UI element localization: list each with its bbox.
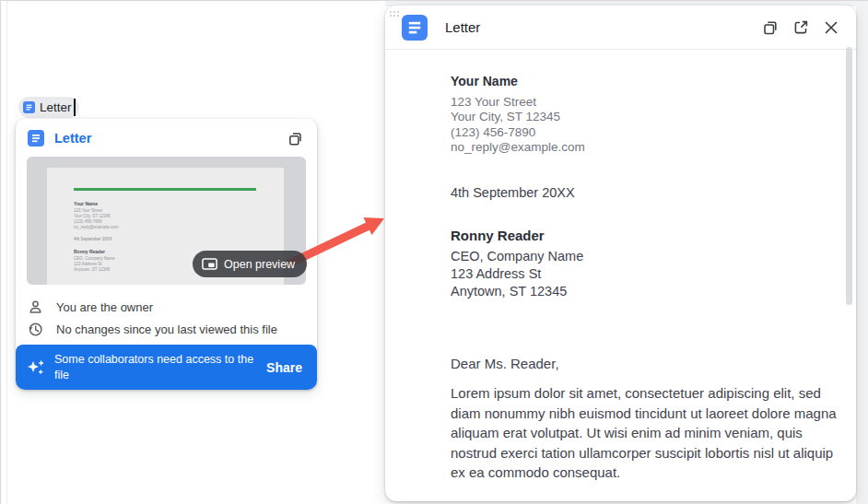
docs-icon [23,101,35,113]
access-banner: Some collaborators need access to the fi… [16,345,317,390]
document-edge-line [6,1,7,504]
card-title-link[interactable]: Letter [54,131,91,146]
open-in-new-icon[interactable] [792,19,809,36]
sender-line: no_reply@example.com [451,140,838,155]
copy-link-icon[interactable] [287,131,303,147]
owner-row: You are the owner [28,296,306,318]
open-preview-button[interactable]: Open preview [193,251,307,277]
recipient-line: Anytown, ST 12345 [451,283,838,300]
close-icon[interactable] [823,19,839,36]
recipient-line: 123 Address St [451,265,838,283]
share-button[interactable]: Share [266,360,302,375]
doc-link-chip[interactable]: Letter [18,97,79,118]
recipient-block: CEO, Company Name 123 Address St Anytown… [451,248,838,300]
thumbnail-green-divider [74,188,256,191]
sender-line: (123) 456-7890 [451,125,838,140]
sender-line: 123 Your Street [451,95,838,110]
sender-name: Your Name [451,74,838,88]
scrollbar-thumb[interactable] [846,47,852,305]
changes-text: No changes since you last viewed this fi… [56,322,277,336]
preview-icon [202,258,217,270]
sparkle-icon [27,358,45,377]
owner-text: You are the owner [56,300,153,314]
docs-icon [402,15,428,41]
copy-link-icon[interactable] [762,19,779,36]
salutation: Dear Ms. Reader, [451,356,838,371]
app-background-right [856,1,868,504]
access-banner-text: Some collaborators need access to the fi… [54,352,263,382]
letter-document: Your Name 123 Your Street Your City, ST … [385,50,856,483]
docs-icon [28,130,44,147]
thumb-date: 4th September 20XX [74,237,284,241]
card-meta: You are the owner No changes since you l… [28,296,306,340]
doc-preview-panel: Letter Your Name 123 Your Street Your Ci… [385,6,856,501]
text-cursor [74,99,76,116]
letter-date: 4th September 20XX [451,185,838,200]
drag-handle-icon[interactable] [390,11,399,17]
panel-actions [762,19,839,36]
card-header: Letter [16,119,317,156]
recipient-line: CEO, Company Name [451,248,838,265]
panel-title: Letter [445,19,480,35]
sender-line: Your City, ST 12345 [451,110,838,124]
recipient-name: Ronny Reader [451,228,838,243]
thumb-line: no_reply@example.com [74,225,284,230]
doc-link-chip-label: Letter [40,100,72,114]
link-preview-card: Letter Your Name 123 Your Street Your Ci… [16,119,317,390]
person-icon [28,299,43,315]
open-preview-label: Open preview [224,258,295,271]
letter-body-paragraph: Lorem ipsum dolor sit amet, consectetuer… [451,383,838,483]
thumb-sender-name: Your Name [74,201,284,206]
panel-header: Letter [385,6,856,50]
history-icon [28,322,43,337]
changes-row: No changes since you last viewed this fi… [28,318,306,340]
